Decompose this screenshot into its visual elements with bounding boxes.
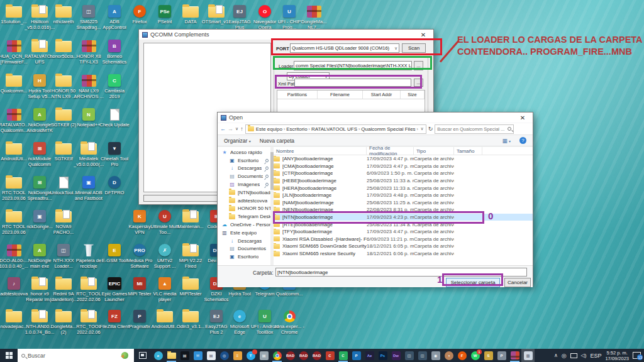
- column-header-tama-o[interactable]: Tamaño: [454, 147, 482, 155]
- desktop-icon[interactable]: Check Update: [99, 106, 130, 128]
- file-row[interactable]: [NTN]bootloaderimage17/09/2023 4:23 p. m…: [274, 214, 533, 221]
- file-row[interactable]: [NEN]bootloaderimage22/08/2023 8:31 p. m…: [274, 206, 533, 214]
- breadcrumb-segment[interactable]: RATALVATOOL UFS: [311, 126, 358, 132]
- file-row[interactable]: [HERA]bootloaderimage25/08/2023 11:33 a.…: [274, 184, 533, 192]
- language-indicator[interactable]: ESP: [590, 353, 601, 359]
- loader-browse-button[interactable]: ...: [414, 61, 423, 70]
- sidebar-item-descargas[interactable]: ↓Descargas: [218, 165, 270, 173]
- file-row[interactable]: [ANY]bootloaderimage17/09/2023 4:47 p. m…: [274, 155, 533, 163]
- taskbar-whatsapp[interactable]: W1: [469, 349, 482, 362]
- desktop-icon[interactable]: DDFTPRO: [99, 173, 130, 195]
- breadcrumb-segment[interactable]: Escritorio: [286, 126, 308, 132]
- hidden-icons-chevron[interactable]: ∧: [554, 353, 558, 358]
- sidebar-item-telegram-deskto[interactable]: Telegram Deskto: [218, 212, 270, 221]
- taskbar-file-explorer[interactable]: [165, 349, 178, 362]
- taskbar-pseint[interactable]: P: [350, 349, 363, 362]
- notification-center-icon[interactable]: 13: [633, 352, 641, 359]
- table-header-filename[interactable]: Filename: [318, 90, 363, 99]
- start-button[interactable]: [0, 349, 18, 362]
- breadcrumb-segment[interactable]: Este equipo: [255, 126, 283, 132]
- taskbar-winrar[interactable]: [508, 349, 521, 362]
- file-row[interactable]: [RTE]bootloaderimage25/08/2023 11:34 a. …: [274, 221, 533, 228]
- taskbar-camtasia-green[interactable]: C: [336, 349, 350, 362]
- taskbar-edge[interactable]: e: [152, 349, 165, 362]
- taskbar-rad-app-3[interactable]: RAD: [310, 349, 323, 362]
- qcomm-titlebar[interactable]: QCOMM Complements ✕: [139, 30, 433, 40]
- file-row[interactable]: Xiaomi SDM665 DownGrade Security18/12/20…: [274, 243, 533, 250]
- taskbar-camera-app[interactable]: ◉: [429, 349, 442, 362]
- port-select[interactable]: Qualcomm HS-USB QDLoader 9008 (COM16)∨: [290, 43, 399, 53]
- breadcrumb[interactable]: Este equipo›Escritorio›RATALVATOOL UFS›Q…: [245, 124, 426, 134]
- taskbar-rad-app-2[interactable]: RAD: [297, 349, 310, 362]
- sidebar-item-adbtestcovva[interactable]: adbtestcovva: [218, 197, 270, 205]
- taskbar-mail[interactable]: ✉: [191, 349, 204, 362]
- file-row[interactable]: [TFY]bootloaderimage17/09/2023 4:47 p. m…: [274, 228, 533, 236]
- organize-menu[interactable]: Organizar ▾: [224, 138, 251, 144]
- select-folder-button[interactable]: Seleccionar carpeta: [446, 278, 500, 287]
- taskbar-layers-app[interactable]: ≡: [231, 349, 244, 362]
- taskbar-rad-app-1[interactable]: RAD: [284, 349, 297, 362]
- new-folder-button[interactable]: Nueva carpeta: [260, 138, 294, 144]
- breadcrumb-segment[interactable]: Qualcomm Special Files: [360, 126, 416, 132]
- taskbar-graphics-app[interactable]: ◑: [442, 349, 455, 362]
- open-dialog-titlebar[interactable]: Open ✕: [218, 112, 533, 123]
- recent-locations-icon[interactable]: ∨: [235, 126, 238, 131]
- cancel-button[interactable]: Cancelar: [504, 278, 531, 287]
- sidebar-item-documentos[interactable]: ▤Documentos: [218, 245, 270, 253]
- file-row[interactable]: [JLN]bootloaderimage17/09/2023 4:48 p. m…: [274, 192, 533, 199]
- loader-path-input[interactable]: comm Special Files\[NTN]bootloaderimage\…: [294, 61, 412, 70]
- file-row[interactable]: [CMA]bootloaderimage17/09/2023 4:47 p. m…: [274, 163, 533, 170]
- folder-name-input[interactable]: [NTN]bootloaderimage: [275, 268, 527, 277]
- table-header-partitions[interactable]: Partitions: [277, 90, 318, 99]
- column-header-nombre[interactable]: Nombre: [274, 147, 367, 155]
- clock[interactable]: 5:52 p. m. 17/09/2023: [605, 350, 629, 361]
- taskbar-photoshop[interactable]: Ps: [376, 349, 389, 362]
- table-header-start-addr[interactable]: Start Addr: [363, 90, 401, 99]
- scan-button[interactable]: Scan: [402, 43, 426, 53]
- sidebar-item-descargas[interactable]: ↓Descargas: [218, 237, 270, 245]
- people-icon[interactable]: ◎: [562, 353, 567, 359]
- xml-browse-button[interactable]: ...: [414, 79, 423, 87]
- refresh-icon[interactable]: ↻: [428, 126, 433, 132]
- taskbar-phone-tool-2[interactable]: ◫: [416, 349, 429, 362]
- sidebar-item-im-genes[interactable]: ▨Imágenes: [218, 180, 270, 189]
- taskbar-notes-app[interactable]: ▤: [257, 349, 270, 362]
- task-view-icon[interactable]: [139, 352, 147, 359]
- file-row[interactable]: Xiaomi SDM665 restore Security18/12/2021…: [274, 250, 533, 258]
- taskbar-chrome[interactable]: [270, 349, 284, 362]
- sidebar-item-este-equipo[interactable]: ▥Este equipo: [218, 229, 270, 237]
- taskbar-printer-app[interactable]: P: [495, 349, 508, 362]
- taskbar-camtasia-red[interactable]: C: [323, 349, 336, 362]
- sidebar-item-acceso-r-pido[interactable]: ★Acceso rápido: [218, 148, 270, 156]
- taskbar-phone-tool-1[interactable]: ◫: [402, 349, 416, 362]
- xml-path-input[interactable]: [294, 79, 411, 87]
- taskbar-shield-app[interactable]: S: [482, 349, 495, 362]
- file-row[interactable]: Xiaomi RSA Dissabled -[Hardware]- For R.…: [274, 236, 533, 243]
- help-icon[interactable]: ?: [519, 137, 526, 144]
- sidebar-item-onedrive-person[interactable]: ☁OneDrive - Person: [218, 221, 270, 229]
- table-header-size[interactable]: Size: [401, 90, 425, 99]
- desktop-icon[interactable]: NOVA9 PACHO...: [48, 207, 79, 235]
- taskbar-document-app[interactable]: ▤: [204, 349, 218, 362]
- up-icon[interactable]: ↑: [240, 126, 243, 132]
- desktop-icon[interactable]: CCamtasia 2019: [99, 72, 130, 99]
- search-input[interactable]: Buscar en Qualcomm Special ...: [435, 124, 514, 134]
- sidebar-item-documentos[interactable]: ▤Documentos: [218, 172, 270, 180]
- taskbar-firefox[interactable]: F: [455, 349, 469, 362]
- column-header-fecha-de-modificaci-n[interactable]: Fecha de modificación: [367, 147, 414, 155]
- view-toggle-icon[interactable]: ▦ ▾: [502, 138, 511, 144]
- file-row[interactable]: [HEBE]bootloaderimage25/08/2023 11:33 a.…: [274, 177, 533, 185]
- desktop-icon[interactable]: ▼Cheetah Tool Pro: [99, 140, 130, 167]
- network-icon[interactable]: [570, 353, 577, 358]
- taskbar-dreamweaver[interactable]: Dw: [389, 349, 402, 362]
- taskbar-telegram[interactable]: T: [244, 349, 257, 362]
- back-icon[interactable]: ←: [220, 126, 226, 132]
- sidebar-item-escritorio[interactable]: ▣Escritorio: [218, 156, 270, 165]
- sidebar-item-escritorio[interactable]: ▣Escritorio: [218, 253, 270, 261]
- volume-icon[interactable]: ◁): [581, 353, 587, 358]
- forward-icon[interactable]: →: [228, 126, 233, 132]
- open-dialog-close-icon[interactable]: ✕: [516, 114, 530, 121]
- qcomm-close-icon[interactable]: ✕: [416, 31, 430, 38]
- desktop-icon[interactable]: DongleMa... NL7...: [299, 3, 329, 30]
- sidebar-item-honor-50-nth[interactable]: HONOR 50 NTH: [218, 205, 270, 213]
